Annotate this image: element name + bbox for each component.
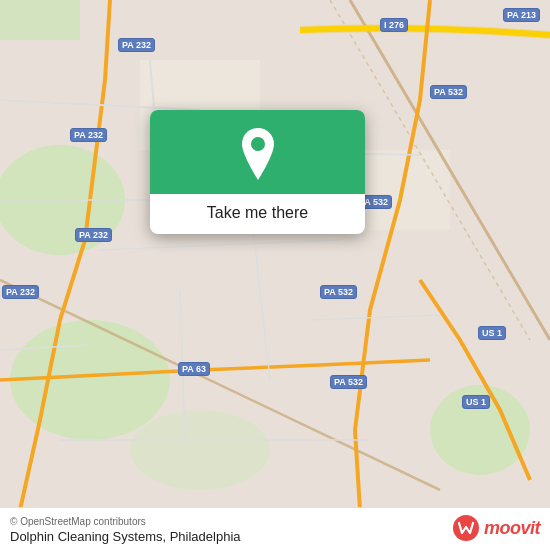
svg-point-4 xyxy=(130,410,270,490)
moovit-logo: moovit xyxy=(452,514,540,542)
svg-point-20 xyxy=(251,137,265,151)
road-badge-pa213: PA 213 xyxy=(503,8,540,22)
pin-icon xyxy=(236,128,280,180)
road-badge-pa532-top: PA 532 xyxy=(430,85,467,99)
popup-green-area xyxy=(150,110,365,194)
road-badge-pa232-bot: PA 232 xyxy=(2,285,39,299)
moovit-icon xyxy=(452,514,480,542)
road-badge-us1-bot: US 1 xyxy=(462,395,490,409)
road-badge-pa63: PA 63 xyxy=(178,362,210,376)
road-badge-pa232-mid2: PA 232 xyxy=(75,228,112,242)
road-badge-i276: I 276 xyxy=(380,18,408,32)
road-badge-us1-top: US 1 xyxy=(478,326,506,340)
map-roads xyxy=(0,0,550,550)
popup-card[interactable]: Take me there xyxy=(150,110,365,234)
svg-line-17 xyxy=(310,315,440,320)
svg-rect-3 xyxy=(0,0,80,40)
road-badge-pa532-bot: PA 532 xyxy=(330,375,367,389)
moovit-text: moovit xyxy=(484,518,540,539)
road-badge-pa532-mid2: PA 532 xyxy=(320,285,357,299)
map-container: PA 213 I 276 PA 532 PA 532 PA 532 PA 532… xyxy=(0,0,550,550)
take-me-there-button[interactable]: Take me there xyxy=(150,194,365,234)
road-badge-pa232-top: PA 232 xyxy=(118,38,155,52)
road-badge-pa232-mid1: PA 232 xyxy=(70,128,107,142)
svg-line-13 xyxy=(100,240,340,250)
